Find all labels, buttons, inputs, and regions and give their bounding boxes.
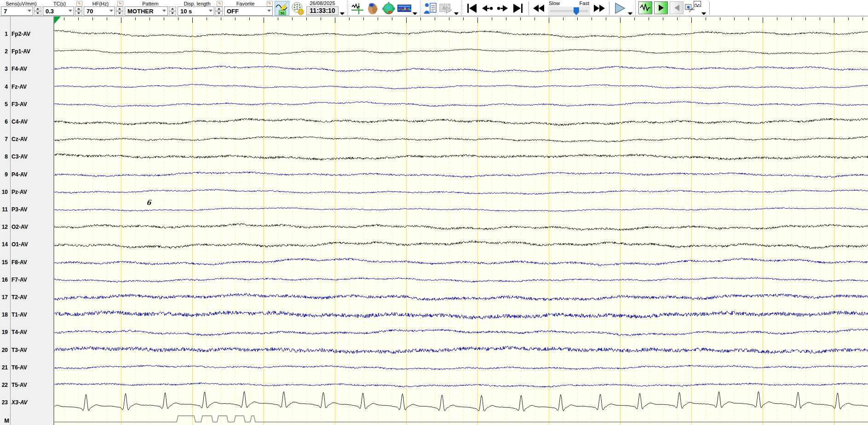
previous-disabled-button[interactable] (670, 1, 684, 14)
display-length-combo[interactable]: 10 s (178, 6, 214, 16)
channel-row-O1-AV[interactable]: 14O1-AV (0, 241, 53, 248)
channel-row-F7-AV[interactable]: 16F7-AV (0, 276, 53, 283)
channel-row-O2-AV[interactable]: 12O2-AV (0, 223, 53, 231)
display-length-spin-down-button[interactable] (215, 11, 223, 16)
channel-row-T5-AV[interactable]: 22T5-AV (0, 381, 53, 389)
channel-row-T2-AV[interactable]: 17T2-AV (0, 294, 53, 301)
channel-row-T6-AV[interactable]: 21T6-AV (0, 364, 53, 371)
step-back-button[interactable] (480, 1, 494, 16)
channel-name: P3-AV (9, 206, 27, 213)
favorite-control: Favorite✎ OFF (224, 0, 273, 16)
favorite-combo[interactable]: OFF (224, 6, 273, 16)
pattern-control: Pattern MOTHER (125, 0, 176, 16)
page-start-marker-icon (54, 17, 61, 24)
channel-row-T3-AV[interactable]: 20T3-AV (0, 346, 53, 354)
channel-row-C4-AV[interactable]: 6C4-AV (0, 118, 53, 125)
topographic-map-button[interactable] (381, 1, 396, 16)
start-review-button[interactable] (654, 1, 668, 14)
sensitivity-combo[interactable]: 7 (1, 6, 33, 16)
dsa-trend-button[interactable] (397, 1, 412, 16)
clip-cut-button[interactable]: ✂ (684, 1, 701, 16)
datetime-dropdown-button[interactable] (340, 11, 345, 16)
speed-slider-track[interactable] (548, 6, 590, 16)
channel-name: O2-AV (9, 224, 28, 230)
step-forward-button[interactable] (495, 1, 510, 16)
channel-row-Fz-AV[interactable]: 4Fz-AV (0, 83, 53, 91)
channel-row-X3-AV[interactable]: 23X3-AV (0, 399, 53, 406)
live-eeg-button[interactable] (638, 1, 652, 14)
pattern-spin-down-button[interactable] (169, 11, 176, 16)
dsa-dropdown-button[interactable] (413, 11, 417, 16)
fast-forward-button[interactable] (592, 1, 606, 16)
channel-row-Fp1-AV[interactable]: 2Fp1-AV (0, 48, 53, 55)
channel-number: 15 (0, 259, 9, 266)
rewind-button[interactable] (532, 1, 546, 16)
sensitivity-spin-down-button[interactable] (34, 11, 41, 16)
channel-row-T1-AV[interactable]: 18T1-AV (0, 311, 53, 318)
hf-combo[interactable]: 70 (84, 6, 115, 16)
3d-head-map-button[interactable] (366, 1, 380, 16)
step-back-icon (481, 3, 494, 14)
video-film-icon (439, 1, 453, 15)
channel-row-P4-AV[interactable]: 9P4-AV (0, 171, 53, 178)
display-length-spin-up-button[interactable] (215, 6, 223, 11)
channel-row-T4-AV[interactable]: 19T4-AV (0, 329, 53, 336)
clip-dropdown-button[interactable] (701, 11, 706, 16)
channel-name: Fp1-AV (9, 48, 30, 55)
channel-number: 5 (0, 101, 9, 108)
time-display[interactable]: 11:33:10 (306, 6, 339, 15)
display-length-label: Disp. length (178, 1, 217, 6)
hf-spin-down-button[interactable] (116, 11, 123, 16)
datetime-display: 26/08/2025 11:33:10 (306, 0, 339, 15)
svg-text:50: 50 (281, 11, 285, 15)
channel-name: T2-AV (9, 294, 27, 300)
hf-spin-up-button[interactable] (116, 6, 123, 11)
3d-head-icon (366, 1, 380, 15)
channel-number: 12 (0, 224, 9, 230)
video-dropdown-button[interactable] (454, 11, 459, 16)
chevron-down-icon (162, 10, 166, 12)
tc-label: TC(s) (43, 1, 76, 6)
eeg-application: Sens(uV/mm) 7 TC(s)✎ 0.3 HF(Hz)✎ 70 Patt… (0, 0, 868, 425)
play-button[interactable] (612, 1, 627, 16)
event-marker-button[interactable] (350, 1, 365, 16)
notch-filter-50hz-button[interactable]: 50 (275, 1, 289, 16)
channel-name: F4-AV (9, 66, 27, 72)
channel-row-P3-AV[interactable]: 11P3-AV (0, 206, 53, 213)
tc-value: 0.3 (46, 8, 54, 15)
pattern-spin-up-button[interactable] (169, 6, 176, 11)
channel-row-F3-AV[interactable]: 5F3-AV (0, 101, 53, 108)
channel-number: 14 (0, 241, 9, 248)
fast-label: Fast (580, 0, 589, 6)
channel-row-Fp2-AV[interactable]: 1Fp2-AV (0, 30, 53, 38)
channel-row-Cz-AV[interactable]: 7Cz-AV (0, 136, 53, 143)
channel-name: T1-AV (9, 312, 27, 318)
channel-number: 11 (0, 206, 9, 213)
display-length-edit-pencil-icon[interactable]: ✎ (217, 1, 223, 6)
eeg-trace-canvas[interactable] (54, 17, 868, 425)
tc-spin-down-button[interactable] (75, 11, 82, 16)
channel-number: 16 (0, 277, 9, 283)
patient-info-button[interactable] (423, 1, 437, 16)
tc-spin-up-button[interactable] (75, 6, 82, 11)
video-playback-button[interactable] (438, 1, 453, 16)
sensitivity-spin-up-button[interactable] (34, 6, 41, 11)
channel-number: 19 (0, 329, 9, 335)
channel-row-F4-AV[interactable]: 3F4-AV (0, 65, 53, 73)
toolbar: Sens(uV/mm) 7 TC(s)✎ 0.3 HF(Hz)✎ 70 Patt… (0, 0, 868, 17)
electrode-montage-settings-button[interactable] (290, 1, 305, 16)
speed-slider-handle[interactable] (574, 7, 579, 15)
tc-edit-pencil-icon[interactable]: ✎ (76, 1, 82, 6)
skip-to-end-button[interactable] (511, 1, 526, 16)
favorite-edit-pencil-icon[interactable]: ✎ (267, 1, 273, 6)
hf-edit-pencil-icon[interactable]: ✎ (117, 1, 123, 6)
skip-to-start-button[interactable] (464, 1, 479, 16)
channel-row-Pz-AV[interactable]: 10Pz-AV (0, 188, 53, 196)
channel-name: O1-AV (9, 241, 28, 248)
play-dropdown-button[interactable] (628, 11, 632, 16)
channel-row-F8-AV[interactable]: 15F8-AV (0, 259, 53, 266)
channel-row-C3-AV[interactable]: 8C3-AV (0, 153, 53, 160)
tc-combo[interactable]: 0.3 (43, 6, 74, 16)
pattern-combo[interactable]: MOTHER (125, 6, 168, 16)
spectrogram-strip-icon (397, 5, 411, 12)
